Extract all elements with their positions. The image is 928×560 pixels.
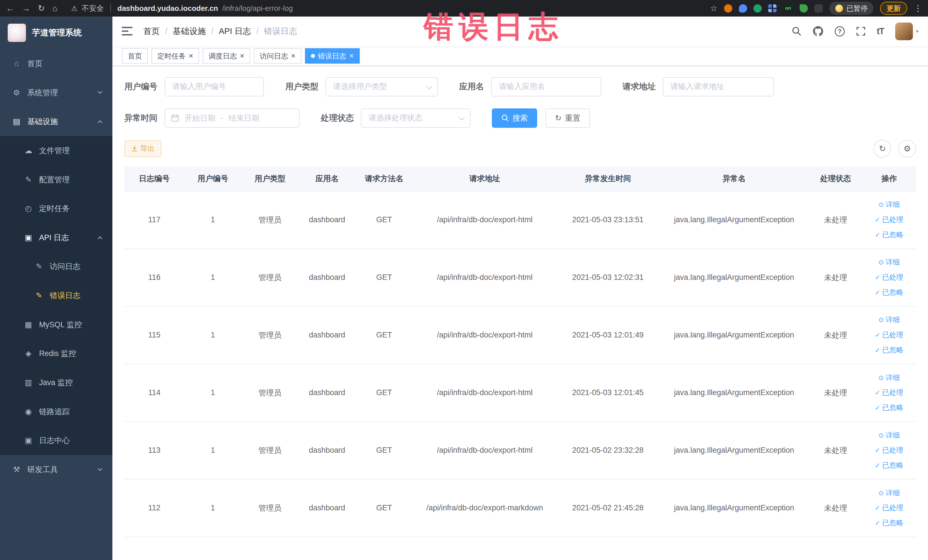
address-bar[interactable]: ⚠ 不安全 dashboard.yudao.iocoder.cn/infra/l… xyxy=(71,3,293,14)
help-icon[interactable]: ? xyxy=(835,26,845,36)
breadcrumb-home[interactable]: 首页 xyxy=(143,26,160,37)
detail-link[interactable]: ⊙详细 xyxy=(864,255,914,270)
breadcrumb-api-log[interactable]: API 日志 xyxy=(219,26,251,37)
detail-link[interactable]: ⊙详细 xyxy=(864,370,914,385)
github-icon[interactable] xyxy=(813,26,823,37)
sidebar-item-scheduled-jobs[interactable]: ◴ 定时任务 xyxy=(0,194,112,223)
sidebar-item-java-monitor[interactable]: ▥ Java 监控 xyxy=(0,368,112,397)
font-size-icon[interactable]: tT xyxy=(877,26,884,37)
mark-processed-link[interactable]: ✓已处理 xyxy=(864,443,914,458)
app-name-input[interactable] xyxy=(491,77,601,96)
sidebar-item-system-management[interactable]: ⚙ 系统管理 xyxy=(0,78,112,107)
browser-menu-icon[interactable]: ⋮ xyxy=(914,3,922,13)
hamburger-icon[interactable] xyxy=(122,27,132,36)
table-row: 117 1 管理员 dashboard GET /api/infra/db-do… xyxy=(124,191,916,249)
extension-icon-on-badge[interactable]: on xyxy=(783,4,793,12)
active-tab-dot xyxy=(311,54,315,58)
extension-icon-leaf[interactable] xyxy=(800,4,808,12)
tab-home[interactable]: 首页 xyxy=(122,48,148,64)
mark-processed-link[interactable]: ✓已处理 xyxy=(864,328,914,343)
reload-icon[interactable]: ↻ xyxy=(38,4,45,12)
mark-processed-link[interactable]: ✓已处理 xyxy=(864,270,914,285)
mark-ignored-link[interactable]: ✓已忽略 xyxy=(864,285,914,300)
export-button[interactable]: 导出 xyxy=(124,140,162,157)
mark-ignored-link[interactable]: ✓已忽略 xyxy=(864,343,914,358)
reset-button[interactable]: ↻ 重置 xyxy=(545,108,590,128)
tab-access-log[interactable]: 访问日志 × xyxy=(254,48,302,64)
browser-home-icon[interactable]: ⌂ xyxy=(52,4,58,12)
process-status-select[interactable] xyxy=(361,108,470,128)
forward-icon[interactable]: → xyxy=(22,4,30,12)
sidebar-item-trace[interactable]: ◉ 链路追踪 xyxy=(0,397,112,426)
process-status-select-input[interactable] xyxy=(361,108,470,128)
refresh-button[interactable]: ↻ xyxy=(873,140,891,157)
mark-processed-link[interactable]: ✓已处理 xyxy=(864,385,914,400)
cell-user-id: 1 xyxy=(184,479,241,537)
processed-label: 已处理 xyxy=(882,446,904,454)
close-icon[interactable]: × xyxy=(240,52,244,60)
sidebar-item-infrastructure[interactable]: ▤ 基础设施 xyxy=(0,107,112,136)
check-icon: ✓ xyxy=(875,462,881,469)
sidebar-item-error-log[interactable]: ✎ 错误日志 xyxy=(0,281,112,310)
detail-link[interactable]: ⊙详细 xyxy=(864,197,914,212)
date-range-picker[interactable]: 开始日期 - 结束日期 xyxy=(165,108,299,128)
cell-exception: java.lang.IllegalArgumentException xyxy=(659,422,809,479)
search-button[interactable]: 搜索 xyxy=(492,108,537,128)
extension-icon-2[interactable] xyxy=(739,4,747,12)
chrome-update-button[interactable]: 更新 xyxy=(880,2,907,15)
user-menu[interactable]: ▾ xyxy=(895,23,919,40)
column-settings-button[interactable]: ⚙ xyxy=(898,140,916,157)
detail-label: 详细 xyxy=(885,489,900,497)
extension-icon-grid[interactable] xyxy=(768,4,777,12)
detail-link[interactable]: ⊙详细 xyxy=(864,428,914,443)
user-type-select[interactable] xyxy=(325,77,438,96)
sidebar-item-mysql-monitor[interactable]: ▦ MySQL 监控 xyxy=(0,310,112,339)
sidebar-item-log-center[interactable]: ▣ 日志中心 xyxy=(0,426,112,455)
back-icon[interactable]: ← xyxy=(6,4,14,12)
mark-ignored-link[interactable]: ✓已忽略 xyxy=(864,227,914,243)
sidebar-item-access-log[interactable]: ✎ 访问日志 xyxy=(0,252,112,281)
extension-icon-1[interactable] xyxy=(724,4,732,12)
mark-ignored-link[interactable]: ✓已忽略 xyxy=(864,516,914,531)
tab-error-log[interactable]: 错误日志 × xyxy=(305,48,360,64)
profile-paused-button[interactable]: 已暂停 xyxy=(829,2,874,15)
extension-icon-dark[interactable] xyxy=(815,4,823,12)
check-icon: ✓ xyxy=(875,404,881,411)
user-id-input[interactable] xyxy=(165,77,264,96)
check-icon: ✓ xyxy=(875,331,881,339)
close-icon[interactable]: × xyxy=(349,52,354,60)
sidebar-item-config-management[interactable]: ✎ 配置管理 xyxy=(0,165,112,194)
sidebar-item-home[interactable]: ⌂ 首页 xyxy=(0,49,112,78)
cell-actions: ⊙详细 ✓已处理 ✓已忽略 xyxy=(862,479,916,537)
user-type-label: 用户类型 xyxy=(285,81,318,92)
search-icon[interactable] xyxy=(792,26,801,36)
user-type-select-input[interactable] xyxy=(325,77,438,96)
mark-processed-link[interactable]: ✓已处理 xyxy=(864,212,914,227)
sidebar-item-redis-monitor[interactable]: ◈ Redis 监控 xyxy=(0,339,112,368)
not-secure-warning-icon[interactable]: ⚠ xyxy=(71,4,77,12)
close-icon[interactable]: × xyxy=(189,52,193,60)
check-icon: ✓ xyxy=(875,346,881,354)
bookmark-star-icon[interactable]: ☆ xyxy=(710,4,717,12)
detail-link[interactable]: ⊙详细 xyxy=(864,485,914,500)
sidebar-item-api-log[interactable]: ▣ API 日志 xyxy=(0,223,112,252)
filter-row-2: 异常时间 开始日期 - 结束日期 处理状态 xyxy=(124,108,916,128)
mark-ignored-link[interactable]: ✓已忽略 xyxy=(864,458,914,473)
sidebar-item-file-management[interactable]: ☁ 文件管理 xyxy=(0,136,112,165)
cell-status: 未处理 xyxy=(809,307,862,364)
tab-schedule-log[interactable]: 调度日志 × xyxy=(203,48,250,64)
fullscreen-icon[interactable] xyxy=(856,26,865,36)
extension-icon-3[interactable] xyxy=(753,4,762,12)
avatar xyxy=(895,23,913,40)
app-logo[interactable]: 芋道管理系统 xyxy=(0,17,112,49)
check-icon: ✓ xyxy=(875,389,881,396)
close-icon[interactable]: × xyxy=(291,52,296,60)
tab-scheduled-jobs[interactable]: 定时任务 × xyxy=(151,48,199,64)
mark-ignored-link[interactable]: ✓已忽略 xyxy=(864,400,914,415)
sidebar-item-dev-tools[interactable]: ⚒ 研发工具 xyxy=(0,455,112,484)
request-url-input[interactable] xyxy=(663,77,774,96)
mark-processed-link[interactable]: ✓已处理 xyxy=(864,500,914,516)
breadcrumb-infrastructure[interactable]: 基础设施 xyxy=(172,26,206,37)
detail-link[interactable]: ⊙详细 xyxy=(864,312,914,328)
cell-status: 未处理 xyxy=(809,191,862,249)
